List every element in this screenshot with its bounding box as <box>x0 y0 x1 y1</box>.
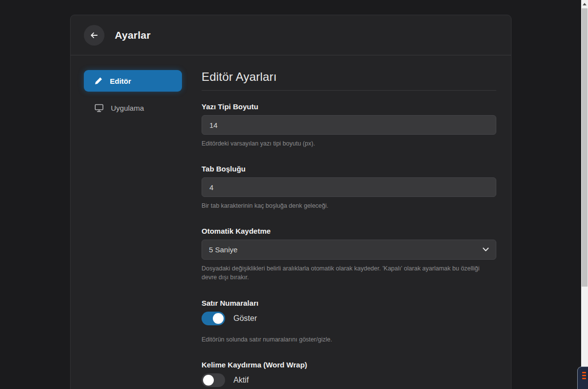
word-wrap-toggle[interactable] <box>202 373 225 387</box>
font-size-help: Editördeki varsayılan yazı tipi boyutu (… <box>202 139 496 148</box>
settings-nav: Editör Uygulama <box>84 70 182 389</box>
font-size-input[interactable] <box>202 115 496 135</box>
pencil-icon <box>95 77 102 85</box>
scrollbar-thumb[interactable] <box>582 8 588 287</box>
line-numbers-label: Satır Numaraları <box>202 299 496 307</box>
toggle-knob <box>213 313 224 324</box>
corner-widget[interactable] <box>577 366 588 389</box>
field-group-font-size: Yazı Tipi Boyutu Editördeki varsayılan y… <box>202 102 496 148</box>
field-group-tab-size: Tab Boşluğu Bir tab karakterinin kaç boş… <box>202 165 496 210</box>
page-title: Ayarlar <box>115 29 151 41</box>
field-group-line-numbers: Satır Numaraları Göster Editörün solunda… <box>202 299 496 344</box>
line-numbers-state-label: Göster <box>233 314 257 323</box>
font-size-label: Yazı Tipi Boyutu <box>202 102 496 111</box>
tab-size-label: Tab Boşluğu <box>202 165 496 173</box>
field-group-word-wrap: Kelime Kaydırma (Word Wrap) Aktif <box>202 361 496 387</box>
section-title: Editör Ayarları <box>202 70 496 84</box>
scroll-up-button[interactable] <box>581 0 588 8</box>
settings-card: Ayarlar Editör Uygulama <box>70 15 511 389</box>
autosave-selected-value: 5 Saniye <box>209 245 237 254</box>
widget-bar-icon <box>582 372 586 373</box>
tab-size-help: Bir tab karakterinin kaç boşluğa denk ge… <box>202 201 496 210</box>
field-group-autosave: Otomatik Kaydetme 5 Saniye Dosyadaki değ… <box>202 227 496 282</box>
tab-size-input[interactable] <box>202 177 496 197</box>
word-wrap-state-label: Aktif <box>233 376 249 385</box>
sidebar-item-label: Editör <box>110 77 131 85</box>
vertical-scrollbar[interactable] <box>581 0 588 389</box>
toggle-knob <box>203 375 214 386</box>
sidebar-item-uygulama[interactable]: Uygulama <box>84 98 182 118</box>
autosave-help: Dosyadaki değişiklikleri belirli aralıkl… <box>202 264 496 282</box>
sidebar-item-label: Uygulama <box>111 104 144 112</box>
back-button[interactable] <box>84 25 104 46</box>
monitor-icon <box>95 104 103 112</box>
autosave-select[interactable]: 5 Saniye <box>202 240 496 260</box>
settings-header: Ayarlar <box>71 15 511 55</box>
chevron-down-icon <box>483 247 489 252</box>
sidebar-item-editor[interactable]: Editör <box>84 70 182 92</box>
word-wrap-toggle-row: Aktif <box>202 373 496 387</box>
widget-bar-icon <box>582 375 586 376</box>
editor-settings-panel: Editör Ayarları Yazı Tipi Boyutu Editörd… <box>202 70 496 389</box>
line-numbers-toggle[interactable] <box>202 312 225 325</box>
scroll-up-arrow-icon <box>583 3 587 5</box>
word-wrap-label: Kelime Kaydırma (Word Wrap) <box>202 361 496 369</box>
line-numbers-help: Editörün solunda satır numaralarını göst… <box>202 335 496 344</box>
widget-bar-icon <box>582 378 586 379</box>
autosave-label: Otomatik Kaydetme <box>202 227 496 235</box>
arrow-left-icon <box>89 30 99 40</box>
line-numbers-toggle-row: Göster <box>202 312 496 325</box>
settings-body: Editör Uygulama Editör Ayarları Yazı Tip… <box>71 55 511 389</box>
app-background: { "header": { "title": "Ayarlar" }, "sid… <box>0 0 588 389</box>
section-divider <box>202 90 496 91</box>
